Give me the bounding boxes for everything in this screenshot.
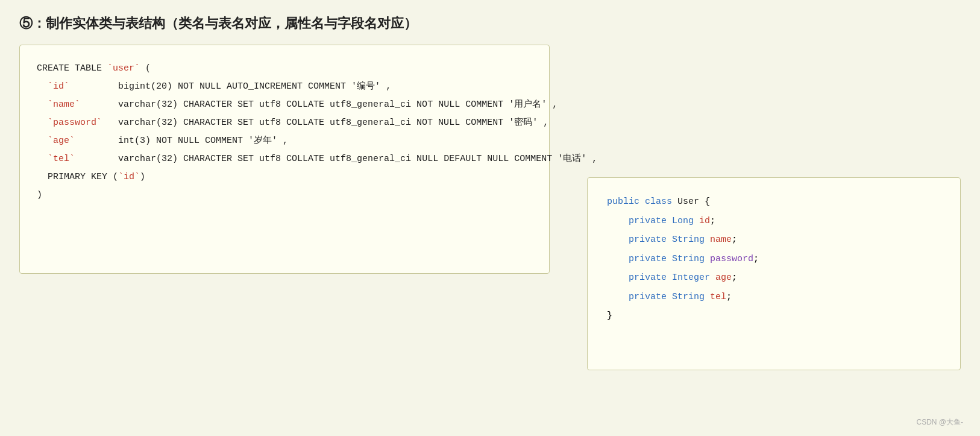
- sql-line-6: `tel` varchar(32) CHARACTER SET utf8 COL…: [37, 150, 532, 168]
- sql-line-2: `id` bigint(20) NOT NULL AUTO_INCREMENT …: [37, 78, 532, 96]
- java-line-6: private String tel;: [607, 288, 941, 307]
- java-line-7: }: [607, 306, 941, 326]
- java-line-5: private Integer age;: [607, 268, 941, 288]
- sql-line-4: `password` varchar(32) CHARACTER SET utf…: [37, 114, 532, 132]
- content-area: CREATE TABLE `user` ( `id` bigint(20) NO…: [19, 45, 961, 274]
- sql-line-3: `name` varchar(32) CHARACTER SET utf8 CO…: [37, 96, 532, 114]
- sql-line-1: CREATE TABLE `user` (: [37, 60, 532, 78]
- java-line-3: private String name;: [607, 230, 941, 250]
- sql-line-5: `age` int(3) NOT NULL COMMENT '岁年' ,: [37, 132, 532, 150]
- page-title: ⑤：制作实体类与表结构（类名与表名对应，属性名与字段名对应）: [19, 14, 961, 33]
- watermark: CSDN @大鱼-: [916, 417, 963, 428]
- java-line-4: private String password;: [607, 250, 941, 269]
- java-line-2: private Long id;: [607, 212, 941, 231]
- java-code-block: public class User { private Long id; pri…: [587, 177, 961, 370]
- sql-line-7: PRIMARY KEY (`id`): [37, 168, 532, 186]
- sql-line-8: ): [37, 186, 532, 204]
- sql-code-block: CREATE TABLE `user` ( `id` bigint(20) NO…: [19, 45, 550, 274]
- java-line-1: public class User {: [607, 192, 941, 212]
